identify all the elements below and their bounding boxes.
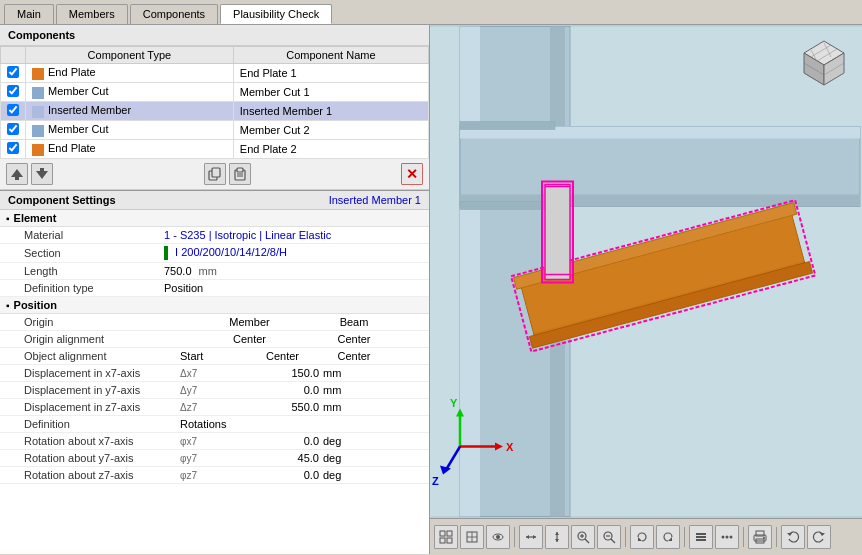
components-table: Component Type Component Name End Plate … [0, 46, 429, 159]
vp-separator-5 [776, 527, 777, 547]
prop-section-value[interactable]: I 200/200/10/14/12/8/H [160, 244, 429, 263]
pos-object-align-start: Start [176, 348, 242, 365]
vp-btn-box[interactable] [460, 525, 484, 549]
vp-btn-print[interactable] [748, 525, 772, 549]
vp-btn-grid[interactable] [434, 525, 458, 549]
row-name: End Plate 2 [233, 140, 428, 159]
pos-definition: Definition Rotations [0, 416, 429, 433]
svg-rect-12 [460, 27, 480, 517]
component-row[interactable]: End Plate End Plate 1 [1, 64, 429, 83]
pos-rot-y-val[interactable]: 45.0 [242, 450, 319, 467]
component-row[interactable]: Inserted Member Inserted Member 1 [1, 102, 429, 121]
prop-material-value[interactable]: 1 - S235 | Isotropic | Linear Elastic [160, 227, 429, 244]
pos-rot-y-unit: deg [319, 450, 385, 467]
svg-rect-24 [545, 185, 570, 280]
vp-btn-rotate-cw[interactable] [630, 525, 654, 549]
pos-disp-z-val[interactable]: 550.0 [242, 399, 319, 416]
viewport[interactable]: Y X Z [430, 25, 862, 518]
position-group-header[interactable]: ▪ Position [0, 297, 429, 314]
prop-deftype-value: Position [160, 280, 429, 297]
svg-point-81 [763, 537, 765, 539]
svg-line-68 [611, 539, 615, 543]
prop-length-label: Length [0, 263, 160, 280]
prop-material: Material 1 - S235 | Isotropic | Linear E… [0, 227, 429, 244]
svg-marker-82 [787, 533, 792, 536]
row-checkbox[interactable] [7, 142, 19, 154]
pos-disp-x-val[interactable]: 150.0 [242, 365, 319, 382]
tab-plausibility[interactable]: Plausibility Check [220, 4, 332, 24]
prop-section: Section I 200/200/10/14/12/8/H [0, 244, 429, 263]
copy-button[interactable] [204, 163, 226, 185]
svg-point-75 [722, 535, 725, 538]
svg-marker-0 [11, 169, 23, 177]
vp-btn-zoom-out[interactable] [597, 525, 621, 549]
prop-material-label: Material [0, 227, 160, 244]
svg-marker-62 [555, 539, 559, 542]
pos-rot-z-val[interactable]: 0.0 [242, 467, 319, 484]
pos-disp-y-val[interactable]: 0.0 [242, 382, 319, 399]
paste-button[interactable] [229, 163, 251, 185]
row-type: Inserted Member [26, 102, 234, 121]
vp-separator-2 [625, 527, 626, 547]
vp-btn-more[interactable] [715, 525, 739, 549]
element-group: ▪ Element Material 1 - S235 | Isotropic … [0, 210, 429, 297]
row-checkbox[interactable] [7, 85, 19, 97]
svg-marker-59 [533, 535, 536, 539]
svg-rect-51 [447, 538, 452, 543]
tabs-bar: Main Members Components Plausibility Che… [0, 0, 862, 25]
viewport-toolbar [430, 518, 862, 554]
tab-components[interactable]: Components [130, 4, 218, 24]
position-group-label: Position [14, 299, 57, 311]
row-checkbox-cell[interactable] [1, 64, 26, 83]
type-color-box [32, 68, 44, 80]
svg-rect-7 [237, 168, 243, 172]
tab-main[interactable]: Main [4, 4, 54, 24]
pos-disp-y-unit: mm [319, 382, 385, 399]
component-row[interactable]: End Plate End Plate 2 [1, 140, 429, 159]
row-checkbox[interactable] [7, 66, 19, 78]
element-group-header[interactable]: ▪ Element [0, 210, 429, 227]
row-checkbox[interactable] [7, 123, 19, 135]
pos-disp-y: Displacement in y7-axis Δy7 0.0 mm [0, 382, 429, 399]
move-down-button[interactable] [31, 163, 53, 185]
vp-btn-zoom-in[interactable] [571, 525, 595, 549]
pos-rot-y: Rotation about y7-axis φy7 45.0 deg [0, 450, 429, 467]
pos-origin-align-label: Origin alignment [0, 331, 176, 348]
pos-object-align-label: Object alignment [0, 348, 176, 365]
row-checkbox-cell[interactable] [1, 140, 26, 159]
vp-btn-undo[interactable] [781, 525, 805, 549]
vp-btn-rotate-ccw[interactable] [656, 525, 680, 549]
component-row[interactable]: Member Cut Member Cut 1 [1, 83, 429, 102]
pos-disp-y-sub: Δy7 [176, 382, 242, 399]
pos-origin-align-member: Center [176, 331, 319, 348]
row-checkbox-cell[interactable] [1, 102, 26, 121]
vp-btn-fit-h[interactable] [519, 525, 543, 549]
nav-cube[interactable] [794, 33, 854, 93]
delete-button[interactable]: ✕ [401, 163, 423, 185]
vp-btn-layers[interactable] [689, 525, 713, 549]
component-row[interactable]: Member Cut Member Cut 2 [1, 121, 429, 140]
viewport-svg: Y X Z [430, 25, 862, 518]
move-up-button[interactable] [6, 163, 28, 185]
vp-btn-redo[interactable] [807, 525, 831, 549]
row-checkbox[interactable] [7, 104, 19, 116]
pos-origin-align-beam: Center [319, 331, 385, 348]
pos-disp-z-unit: mm [319, 399, 385, 416]
tab-members[interactable]: Members [56, 4, 128, 24]
svg-marker-71 [668, 537, 672, 541]
pos-beam-header: Beam [319, 314, 385, 331]
settings-section: Component Settings Inserted Member 1 ▪ E… [0, 191, 429, 554]
row-name: Member Cut 1 [233, 83, 428, 102]
vp-btn-fit-v[interactable] [545, 525, 569, 549]
pos-disp-x-label: Displacement in x7-axis [0, 365, 176, 382]
vp-btn-eye[interactable] [486, 525, 510, 549]
prop-section-label: Section [0, 244, 160, 263]
section-icon [164, 246, 168, 260]
row-type: End Plate [26, 140, 234, 159]
row-checkbox-cell[interactable] [1, 121, 26, 140]
svg-marker-70 [638, 537, 642, 541]
vp-separator-1 [514, 527, 515, 547]
pos-rot-x-val[interactable]: 0.0 [242, 433, 319, 450]
prop-length-value: 750.0 mm [160, 263, 429, 280]
row-checkbox-cell[interactable] [1, 83, 26, 102]
